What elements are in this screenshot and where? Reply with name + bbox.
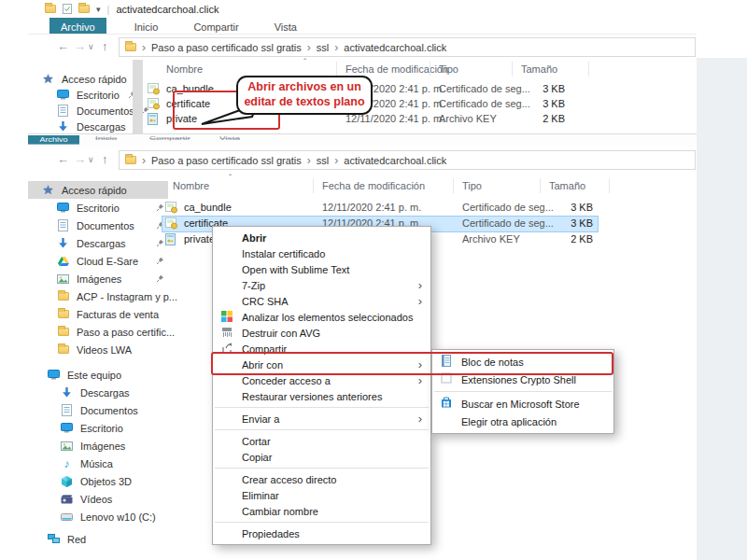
sidebar-item-escritorio-pc[interactable]: Escritorio [28, 419, 170, 437]
cloud-drive-icon [56, 257, 70, 266]
submenu-item-label: Elegir otra aplicación [461, 416, 557, 427]
submenu-item-crypto-shell[interactable]: Extensiones Crypto Shell [432, 371, 613, 388]
submenu-item-elegir-otra-aplicacion[interactable]: Elegir otra aplicación [432, 413, 613, 430]
forward-button[interactable]: → [74, 152, 86, 166]
menu-item-analizar-avg[interactable]: Analizar los elementos seleccionados [213, 309, 430, 325]
column-header-tamano[interactable]: Tamaño [521, 63, 557, 75]
tab-vista[interactable]: Vista [219, 135, 240, 141]
menu-separator [215, 407, 429, 408]
menu-item-open-with-sublime[interactable]: Open with Sublime Text [213, 261, 430, 277]
menu-item-conceder-acceso[interactable]: Conceder acceso a› [213, 372, 430, 388]
sidebar-item-lenovo-c-drive[interactable]: Lenovo w10 (C:) [28, 508, 170, 525]
share-icon [220, 343, 233, 354]
breadcrumb-segment[interactable]: ssl [317, 155, 329, 166]
tab-inicio[interactable]: Inicio [95, 135, 117, 141]
sidebar-item-facturas[interactable]: Facturas de venta [28, 305, 170, 323]
menu-item-instalar-certificado[interactable]: Instalar certificado [213, 245, 430, 261]
menu-item-label: Cambiar nombre [242, 506, 318, 517]
sidebar-item-documentos-pc[interactable]: Documentos [28, 401, 170, 419]
column-header-fecha[interactable]: Fecha de modificación [322, 180, 425, 191]
menu-item-abrir-con[interactable]: Abrir con› [213, 357, 430, 372]
menu-item-cambiar-nombre[interactable]: Cambiar nombre [213, 503, 430, 519]
address-bar[interactable]: › Paso a paso certificado ssl gratis › s… [119, 37, 696, 57]
column-header-nombre[interactable]: Nombre [173, 180, 209, 191]
context-menu: Abrir Instalar certificado Open with Sub… [212, 226, 431, 545]
file-size: 2 KB [495, 113, 565, 124]
sidebar-item-label: Vídeos [80, 494, 112, 505]
sidebar-item-musica[interactable]: ♪ Música [28, 455, 170, 472]
desktop-background [697, 58, 747, 560]
up-button[interactable]: ↑ [102, 39, 108, 53]
sidebar-item-cloud-e-sare[interactable]: Cloud E-Sare [28, 252, 170, 270]
sidebar-item-videos-lwa[interactable]: Videos LWA [28, 341, 170, 358]
sidebar-item-acp-instagram[interactable]: ACP - Instagram y p... [28, 287, 170, 305]
back-button[interactable]: ← [57, 152, 69, 166]
breadcrumb-segment[interactable]: ssl [317, 42, 329, 53]
sidebar-item-label: Paso a paso certific... [77, 327, 175, 338]
pictures-icon [60, 441, 74, 451]
menu-item-restaurar-versiones[interactable]: Restaurar versiones anteriores [213, 388, 430, 404]
file-type: Archivo KEY [439, 113, 497, 124]
column-header-fecha[interactable]: Fecha de modificación [345, 63, 448, 75]
breadcrumb-segment[interactable]: activatedcarchoal.click [344, 42, 446, 53]
menu-item-abrir[interactable]: Abrir [213, 230, 430, 245]
menu-item-label: Destruir con AVG [242, 328, 320, 339]
sort-caret-icon: ˆ [303, 58, 306, 68]
forward-button[interactable]: → [74, 39, 86, 53]
new-folder-icon[interactable] [78, 5, 90, 13]
sidebar-item-label: Facturas de venta [77, 309, 159, 320]
menu-item-enviar-a[interactable]: Enviar a› [213, 411, 430, 427]
videos-icon [60, 495, 74, 504]
sidebar-item-label: Lenovo w10 (C:) [80, 511, 156, 523]
sidebar-item-imagenes[interactable]: Imágenes [28, 270, 170, 287]
sidebar-item-label: Escritorio [80, 423, 123, 434]
menu-item-7zip[interactable]: 7-Zip› [213, 277, 430, 293]
tab-inicio[interactable]: Inicio [123, 18, 170, 34]
customize-toolbar-icon[interactable]: ▾ [96, 5, 101, 14]
file-name: ca_bundle [166, 83, 214, 94]
back-button[interactable]: ← [57, 39, 69, 53]
menu-item-cortar[interactable]: Cortar [213, 433, 430, 449]
submenu-item-buscar-microsoft-store[interactable]: Buscar en Microsoft Store [432, 395, 613, 413]
tab-archivo[interactable]: Archivo [28, 135, 79, 145]
menu-item-label: Eliminar [242, 490, 279, 501]
sidebar-item-paso-a-paso[interactable]: Paso a paso certific... [28, 323, 170, 341]
menu-item-label: Cortar [242, 436, 271, 447]
address-bar[interactable]: › Paso a paso certificado ssl gratis › s… [119, 150, 696, 170]
sidebar-item-este-equipo[interactable]: Este equipo [28, 366, 170, 384]
network-icon [47, 534, 61, 544]
menu-item-copiar[interactable]: Copiar [213, 449, 430, 465]
menu-item-compartir[interactable]: Compartir [213, 341, 430, 357]
menu-separator [215, 468, 429, 469]
column-header-tipo[interactable]: Tipo [439, 63, 458, 75]
breadcrumb-segment[interactable]: Paso a paso certificado ssl gratis [151, 42, 302, 53]
menu-item-label: 7-Zip [242, 280, 265, 291]
sidebar-item-red[interactable]: Red [28, 530, 170, 548]
tab-vista[interactable]: Vista [263, 18, 308, 34]
tab-compartir[interactable]: Compartir [182, 18, 249, 34]
submenu-item-bloc-de-notas[interactable]: Bloc de notas [432, 353, 613, 371]
tab-compartir[interactable]: Compartir [149, 135, 190, 141]
menu-item-crear-acceso-directo[interactable]: Crear acceso directo [213, 471, 430, 487]
window-title: activatedcarchoal.click [116, 4, 218, 15]
menu-item-crc-sha[interactable]: CRC SHA› [213, 293, 430, 309]
file-row-ca-bundle[interactable]: ca_bundle 12/11/2020 2:41 p. m. Certific… [28, 201, 697, 217]
menu-item-label: Propiedades [242, 528, 300, 539]
menu-item-propiedades[interactable]: Propiedades [213, 525, 430, 541]
menu-item-destruir-avg[interactable]: Destruir con AVG [213, 325, 430, 341]
breadcrumb-segment[interactable]: activatedcarchoal.click [344, 155, 446, 166]
column-header-tamano[interactable]: Tamaño [549, 180, 585, 191]
properties-icon[interactable] [63, 3, 72, 16]
breadcrumb-segment[interactable]: Paso a paso certificado ssl gratis [151, 155, 302, 166]
recent-locations-dropdown[interactable]: ∨ [88, 42, 94, 51]
column-header-tipo[interactable]: Tipo [462, 180, 482, 191]
sidebar-item-descargas-pc[interactable]: Descargas [28, 384, 170, 401]
up-button[interactable]: ↑ [102, 152, 108, 166]
sidebar-item-objetos-3d[interactable]: Objetos 3D [28, 472, 170, 490]
sidebar-item-videos[interactable]: Vídeos [28, 490, 170, 508]
sidebar-item-imagenes-pc[interactable]: Imágenes [28, 437, 170, 455]
menu-item-eliminar[interactable]: Eliminar [213, 487, 430, 503]
column-header-nombre[interactable]: Nombre [166, 63, 203, 75]
recent-locations-dropdown[interactable]: ∨ [88, 155, 94, 164]
tab-archivo[interactable]: Archivo [49, 18, 106, 34]
